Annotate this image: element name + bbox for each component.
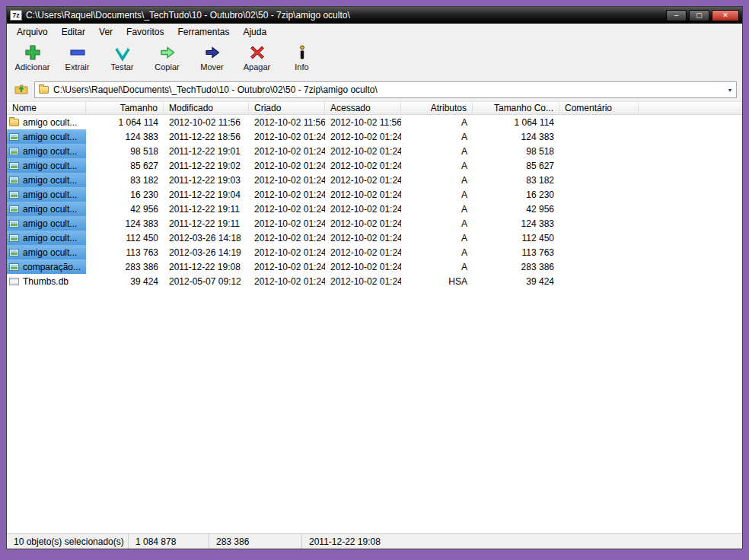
created-cell: 2012-10-02 01:24 (249, 262, 325, 272)
accessed-cell: 2012-10-02 01:24 (325, 262, 401, 272)
packed-cell: 39 424 (473, 276, 559, 287)
extrair-label: Extrair (65, 62, 90, 72)
menu-arquivo[interactable]: Arquivo (10, 24, 55, 40)
testar-button[interactable]: Testar (100, 42, 145, 72)
name-cell: amigo ocult... (7, 216, 86, 231)
size-cell: 283 386 (86, 262, 164, 272)
name-cell: amigo ocult... (7, 245, 86, 259)
7zip-window: 7z C:\Users\Raquel\Documents\_TechTudo\1… (6, 6, 743, 549)
column-header-criado[interactable]: Criado (249, 102, 325, 114)
status-total-size: 1 084 878 (129, 534, 209, 549)
menu-ferramentas[interactable]: Ferramentas (171, 24, 236, 40)
column-header-tamanho-co[interactable]: Tamanho Co... (473, 102, 559, 114)
accessed-cell: 2012-10-02 11:56 (325, 117, 401, 128)
column-header-modificado[interactable]: Modificado (164, 102, 249, 114)
db-icon (9, 278, 19, 285)
created-cell: 2012-10-02 01:24 (249, 161, 325, 171)
created-cell: 2012-10-02 01:24 (249, 132, 325, 142)
attrs-cell: A (401, 247, 473, 258)
column-header-acessado[interactable]: Acessado (325, 102, 401, 114)
table-row[interactable]: amigo ocult... 1 064 114 2012-10-02 11:5… (7, 115, 742, 129)
adicionar-button[interactable]: Adicionar (10, 42, 55, 72)
name-cell: comparação... (7, 259, 86, 274)
extract-minus-icon (68, 43, 88, 62)
name-cell: amigo ocult... (7, 173, 86, 187)
table-row[interactable]: amigo ocult... 112 450 2012-03-26 14:18 … (7, 231, 742, 245)
modified-cell: 2011-12-22 19:01 (164, 146, 249, 157)
menu-editar[interactable]: Editar (55, 24, 92, 40)
image-icon (9, 220, 19, 228)
image-icon (9, 263, 19, 271)
table-row[interactable]: amigo ocult... 124 383 2011-12-22 19:11 … (7, 216, 742, 231)
table-row[interactable]: comparação... 283 386 2011-12-22 19:08 2… (7, 259, 742, 274)
column-header-nome[interactable]: Nome (7, 102, 86, 114)
mover-label: Mover (200, 62, 224, 72)
move-arrow-icon (202, 43, 222, 62)
maximize-button[interactable]: ▢ (689, 10, 709, 21)
file-name: amigo ocult... (23, 117, 77, 128)
modified-cell: 2011-12-22 19:11 (164, 218, 249, 229)
image-icon (9, 133, 19, 141)
attrs-cell: A (401, 233, 473, 243)
info-button[interactable]: Info (279, 42, 324, 72)
address-combobox[interactable]: C:\Users\Raquel\Documents\_TechTudo\10 -… (34, 81, 737, 98)
column-header-atributos[interactable]: Atributos (401, 102, 473, 114)
table-row[interactable]: amigo ocult... 85 627 2011-12-22 19:02 2… (7, 158, 742, 173)
table-row[interactable]: amigo ocult... 113 763 2012-03-26 14:19 … (7, 245, 742, 259)
created-cell: 2012-10-02 01:24 (249, 189, 325, 200)
file-name: comparação... (23, 262, 81, 272)
menu-ver[interactable]: Ver (92, 24, 120, 40)
name-cell: Thumbs.db (7, 274, 86, 288)
accessed-cell: 2012-10-02 01:24 (325, 247, 401, 258)
close-button[interactable]: ✕ (712, 10, 739, 21)
copiar-button[interactable]: Copiar (145, 42, 190, 72)
packed-cell: 283 386 (473, 262, 559, 272)
column-header-tamanho[interactable]: Tamanho (86, 102, 164, 114)
file-name: amigo ocult... (23, 233, 77, 243)
modified-cell: 2012-05-07 09:12 (164, 276, 249, 287)
attrs-cell: A (401, 117, 473, 128)
folder-icon (9, 119, 19, 126)
extrair-button[interactable]: Extrair (55, 42, 100, 72)
menu-ajuda[interactable]: Ajuda (236, 24, 273, 40)
table-row[interactable]: amigo ocult... 98 518 2011-12-22 19:01 2… (7, 144, 742, 158)
created-cell: 2012-10-02 01:24 (249, 247, 325, 258)
column-header-comentario[interactable]: Comentário (559, 102, 639, 114)
file-name: amigo ocult... (23, 132, 77, 142)
accessed-cell: 2012-10-02 01:24 (325, 175, 401, 186)
size-cell: 16 230 (86, 189, 164, 200)
modified-cell: 2011-12-22 19:03 (164, 175, 249, 186)
packed-cell: 83 182 (473, 175, 559, 186)
packed-cell: 112 450 (473, 233, 559, 243)
created-cell: 2012-10-02 01:24 (249, 175, 325, 186)
accessed-cell: 2012-10-02 01:24 (325, 146, 401, 157)
modified-cell: 2011-12-22 19:04 (164, 189, 249, 200)
created-cell: 2012-10-02 01:24 (249, 146, 325, 157)
menu-favoritos[interactable]: Favoritos (120, 24, 171, 40)
chevron-down-icon[interactable]: ▼ (724, 82, 736, 97)
image-icon (9, 205, 19, 213)
info-icon (292, 43, 312, 62)
modified-cell: 2011-12-22 19:11 (164, 204, 249, 215)
table-row[interactable]: amigo ocult... 42 956 2011-12-22 19:11 2… (7, 202, 742, 216)
table-row[interactable]: amigo ocult... 124 383 2011-12-22 18:56 … (7, 129, 742, 144)
packed-cell: 85 627 (473, 161, 559, 171)
size-cell: 42 956 (86, 204, 164, 215)
test-check-icon (113, 43, 132, 62)
size-cell: 113 763 (86, 247, 164, 258)
attrs-cell: A (401, 175, 473, 186)
created-cell: 2012-10-02 01:24 (249, 204, 325, 215)
packed-cell: 113 763 (473, 247, 559, 258)
minimize-button[interactable]: – (666, 10, 687, 21)
apagar-button[interactable]: Apagar (234, 42, 279, 72)
size-cell: 85 627 (86, 161, 164, 171)
info-label: Info (295, 62, 308, 72)
table-row[interactable]: amigo ocult... 16 230 2011-12-22 19:04 2… (7, 187, 742, 202)
name-cell: amigo ocult... (7, 115, 86, 129)
up-folder-button[interactable] (12, 81, 30, 98)
table-row[interactable]: amigo ocult... 83 182 2011-12-22 19:03 2… (7, 173, 742, 187)
table-row[interactable]: Thumbs.db 39 424 2012-05-07 09:12 2012-1… (7, 274, 742, 288)
mover-button[interactable]: Mover (190, 42, 234, 72)
accessed-cell: 2012-10-02 01:24 (325, 233, 401, 243)
add-plus-icon (23, 43, 43, 62)
